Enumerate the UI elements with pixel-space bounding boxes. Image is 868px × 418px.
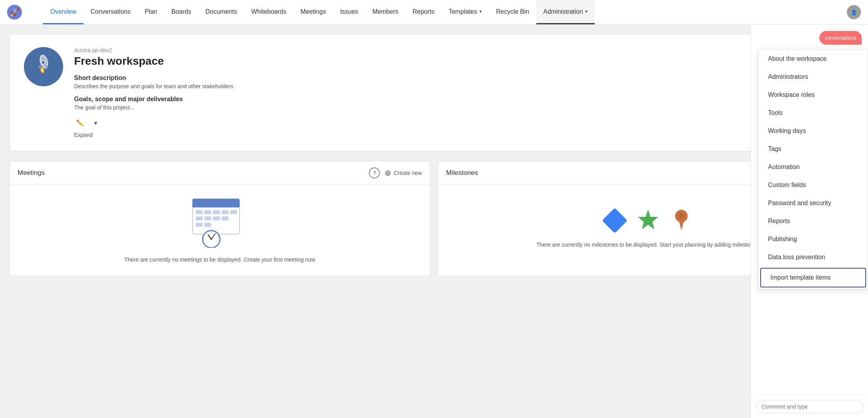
svg-rect-19 xyxy=(204,216,211,220)
meetings-empty-text: There are currently no meetings to be di… xyxy=(124,256,315,264)
panels-grid: Meetings ? ⊕ Create new xyxy=(9,161,859,276)
nav-item-conversations[interactable]: Conversations xyxy=(84,0,138,24)
svg-rect-16 xyxy=(222,210,229,214)
svg-rect-15 xyxy=(213,210,220,214)
admin-menu-reports[interactable]: Reports xyxy=(759,212,868,230)
admin-menu-automation[interactable]: Automation xyxy=(759,158,868,176)
calendar-clock-svg xyxy=(189,197,251,248)
admin-menu-about-workspace[interactable]: About the workspace xyxy=(759,50,868,68)
meetings-panel-body: There are currently no meetings to be di… xyxy=(10,185,430,276)
nav-item-reports[interactable]: Reports xyxy=(405,0,441,24)
top-navigation: 🚀 Overview Conversations Plan Boards Doc… xyxy=(0,0,868,25)
svg-point-32 xyxy=(678,213,685,219)
rocket-svg xyxy=(30,51,57,78)
app-logo: 🚀 xyxy=(7,5,22,20)
workspace-header: Aurora pp-dev2 Fresh workspace Short des… xyxy=(24,47,844,138)
svg-rect-22 xyxy=(196,223,203,227)
goals-title: Goals, scope and major deliverables xyxy=(74,96,844,103)
workspace-subtitle: Aurora pp-dev2 xyxy=(74,47,844,53)
admin-menu-custom-fields[interactable]: Custom fields xyxy=(759,176,868,194)
edit-button[interactable]: ✏️ xyxy=(74,117,86,129)
milestones-illustration xyxy=(602,207,694,233)
workspace-logo xyxy=(24,47,63,86)
svg-rect-28 xyxy=(602,208,628,233)
svg-rect-12 xyxy=(192,205,240,207)
user-avatar[interactable]: 👤 xyxy=(847,5,861,19)
workspace-rocket-icon xyxy=(30,51,57,83)
nav-item-whiteboards[interactable]: Whiteboards xyxy=(244,0,294,24)
workspace-info: Aurora pp-dev2 Fresh workspace Short des… xyxy=(74,47,844,138)
expand-link[interactable]: Expand xyxy=(74,132,93,138)
nav-item-plan[interactable]: Plan xyxy=(138,0,164,24)
admin-menu-data-loss-prevention[interactable]: Data loss prevention xyxy=(759,248,868,266)
milestones-panel-title: Milestones xyxy=(446,169,478,177)
workspace-actions: ✏️ ▾ xyxy=(74,117,844,129)
svg-rect-17 xyxy=(230,210,237,214)
nav-item-meetings[interactable]: Meetings xyxy=(293,0,333,24)
svg-point-4 xyxy=(42,61,45,64)
admin-menu-working-days[interactable]: Working days xyxy=(759,122,868,140)
nav-item-boards[interactable]: Boards xyxy=(164,0,198,24)
svg-marker-31 xyxy=(679,222,684,230)
chat-bubble: conversations xyxy=(819,31,862,45)
nav-item-recycle-bin[interactable]: Recycle Bin xyxy=(489,0,536,24)
templates-dropdown-arrow: ▾ xyxy=(479,9,482,14)
nav-right-area: 👤 xyxy=(840,0,868,24)
nav-item-members[interactable]: Members xyxy=(365,0,406,24)
svg-point-27 xyxy=(211,238,212,240)
administration-dropdown-arrow: ▾ xyxy=(585,9,588,14)
admin-menu-import-template-items[interactable]: Import template items xyxy=(760,268,866,287)
nav-item-issues[interactable]: Issues xyxy=(333,0,365,24)
admin-menu-workspace-roles[interactable]: Workspace roles xyxy=(759,86,868,104)
workspace-title: Fresh workspace xyxy=(74,55,844,67)
svg-rect-13 xyxy=(196,210,203,214)
svg-point-5 xyxy=(42,62,43,62)
admin-menu-administrators[interactable]: Administrators xyxy=(759,68,868,86)
star-icon xyxy=(636,207,661,233)
workspace-card: Aurora pp-dev2 Fresh workspace Short des… xyxy=(9,34,859,151)
svg-rect-18 xyxy=(196,216,203,220)
admin-menu-tools[interactable]: Tools xyxy=(759,104,868,122)
svg-rect-20 xyxy=(213,216,220,220)
admin-menu-tags[interactable]: Tags xyxy=(759,140,868,158)
short-description-text: Describes the purpose and goals for team… xyxy=(74,83,844,89)
meetings-panel: Meetings ? ⊕ Create new xyxy=(9,161,430,276)
short-description-title: Short description xyxy=(74,75,844,82)
nav-item-documents[interactable]: Documents xyxy=(198,0,244,24)
nav-items-list: Overview Conversations Plan Boards Docum… xyxy=(43,0,840,24)
admin-menu-publishing[interactable]: Publishing xyxy=(759,230,868,248)
svg-marker-29 xyxy=(638,209,658,229)
goals-text: The goal of this project... xyxy=(74,104,844,111)
svg-rect-23 xyxy=(204,223,211,227)
administration-dropdown: About the workspace Administrators Works… xyxy=(758,49,868,289)
nav-item-overview[interactable]: Overview xyxy=(43,0,84,24)
center-panel: Aurora pp-dev2 Fresh workspace Short des… xyxy=(0,25,868,418)
logo-area: 🚀 xyxy=(0,0,43,24)
meetings-panel-title: Meetings xyxy=(18,169,45,177)
pin-icon xyxy=(669,207,694,233)
meetings-illustration xyxy=(189,197,251,248)
svg-rect-14 xyxy=(204,210,211,214)
meetings-help-icon[interactable]: ? xyxy=(369,167,380,178)
nav-item-templates[interactable]: Templates ▾ xyxy=(441,0,489,24)
diamond-icon xyxy=(602,207,628,233)
more-options-button[interactable]: ▾ xyxy=(90,117,102,129)
nav-item-administration[interactable]: Administration ▾ xyxy=(536,0,595,24)
svg-rect-21 xyxy=(222,216,229,220)
milestones-empty-text: There are currently no milestones to be … xyxy=(536,241,760,249)
meetings-create-new[interactable]: ⊕ Create new xyxy=(385,168,422,178)
admin-menu-password-security[interactable]: Password and security xyxy=(759,194,868,212)
meetings-panel-actions: ? ⊕ Create new xyxy=(369,167,422,178)
conversations-input-area xyxy=(751,395,868,418)
main-content: Aurora pp-dev2 Fresh workspace Short des… xyxy=(0,25,868,418)
conversation-input[interactable] xyxy=(755,400,863,413)
meetings-panel-header: Meetings ? ⊕ Create new xyxy=(10,161,430,185)
